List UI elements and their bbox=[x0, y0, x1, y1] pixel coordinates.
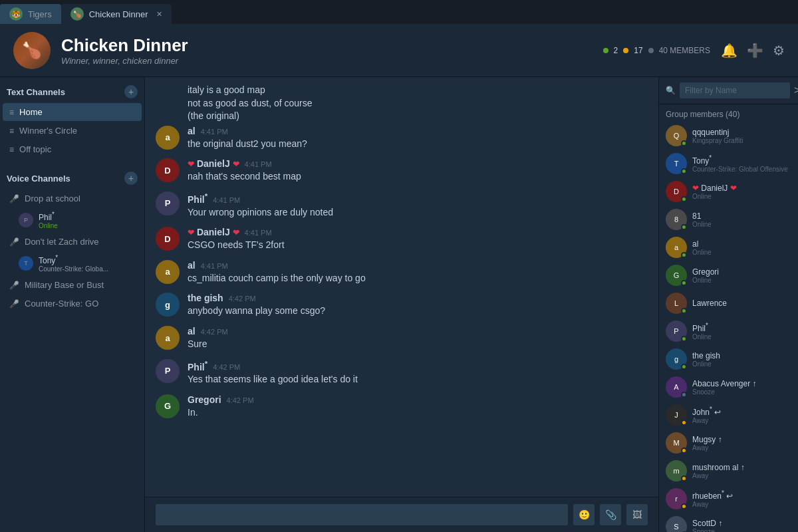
phil-voice-name: Phil* bbox=[39, 211, 58, 222]
tab-chicken-dinner[interactable]: 🍗 Chicken Dinner ✕ bbox=[61, 4, 172, 24]
tony-avatar: T bbox=[666, 153, 687, 174]
channel-winners-circle[interactable]: ≡ Winner's Circle bbox=[3, 122, 142, 140]
member-abacus[interactable]: A Abacus Avenger ↑ Snooze bbox=[659, 373, 798, 401]
voice-military-label: Military Base or Bust bbox=[25, 280, 104, 290]
message-al-1: a al 4:41 PM the original dust2 you mean… bbox=[156, 126, 648, 151]
server-avatar: 🍗 bbox=[13, 32, 51, 69]
away-dot bbox=[623, 48, 628, 53]
msg-text-1: italy is a good map bbox=[188, 84, 648, 97]
member-phil[interactable]: P Phil* Online bbox=[659, 317, 798, 345]
john-status-dot bbox=[681, 420, 687, 426]
image-button[interactable]: 🖼 bbox=[626, 504, 648, 525]
member-scottd[interactable]: S ScottD ↑ Snooze bbox=[659, 513, 798, 532]
message-al-2: a al 4:41 PM cs_militia couch camp is th… bbox=[156, 260, 648, 285]
member-gish[interactable]: g the gish Online bbox=[659, 345, 798, 373]
gish-text: anybody wanna play some csgo? bbox=[188, 305, 648, 318]
qqquentinj-info: qqquentinj Kingspray Graffiti bbox=[692, 128, 791, 144]
add-friend-icon[interactable]: ➕ bbox=[747, 43, 763, 59]
members-filter-input[interactable] bbox=[680, 82, 790, 98]
danielj-status-dot bbox=[681, 196, 687, 202]
john-status: Away bbox=[692, 417, 791, 424]
danielj-text-1: nah that's second best map bbox=[188, 170, 648, 184]
danielj-msg-header-2: ❤ DanielJ ❤ 4:41 PM bbox=[188, 227, 648, 237]
al-time-3: 4:42 PM bbox=[201, 328, 228, 336]
message-phil-2: P Phil* 4:42 PM Yes that seems like a go… bbox=[156, 359, 648, 386]
attachment-button[interactable]: 📎 bbox=[600, 504, 621, 525]
john-avatar: J bbox=[666, 404, 687, 426]
al-name: al bbox=[692, 239, 791, 249]
al-avatar-2: a bbox=[156, 260, 180, 284]
al-msg-header-3: al 4:42 PM bbox=[188, 326, 648, 336]
john-name: John* ↩ bbox=[692, 406, 791, 417]
danielj-name: ❤ DanielJ ❤ bbox=[692, 184, 791, 193]
mic-icon-4: 🎤 bbox=[9, 299, 19, 309]
chat-input[interactable] bbox=[156, 504, 568, 525]
member-al[interactable]: a al Online bbox=[659, 233, 798, 261]
channel-off-topic[interactable]: ≡ Off topic bbox=[3, 140, 142, 158]
al-msg-header-1: al 4:41 PM bbox=[188, 126, 648, 136]
expand-members-icon[interactable]: >> bbox=[794, 84, 798, 96]
message-continuation-top: italy is a good map not as good as dust,… bbox=[156, 84, 648, 123]
member-tony[interactable]: T Tony* Counter-Strike: Global Offensive bbox=[659, 150, 798, 178]
phil-voice-avatar: P bbox=[19, 213, 33, 227]
81-name: 81 bbox=[692, 211, 791, 221]
danielj-avatar-2: D bbox=[156, 227, 180, 251]
gregori-name-panel: Gregori bbox=[692, 267, 791, 277]
away-count: 17 bbox=[634, 46, 642, 55]
phil-msg-header-2: Phil* 4:42 PM bbox=[188, 359, 648, 372]
voice-counter-strike[interactable]: 🎤 Counter-Strike: GO bbox=[3, 295, 142, 313]
members-title: Group members bbox=[666, 110, 724, 119]
tab-tigers-label: Tigers bbox=[28, 9, 52, 19]
notifications-icon[interactable]: 🔔 bbox=[721, 43, 737, 59]
member-john[interactable]: J John* ↩ Away bbox=[659, 401, 798, 429]
member-81[interactable]: 8 81 Online bbox=[659, 205, 798, 233]
hash-icon-3: ≡ bbox=[9, 145, 14, 154]
danielj-avatar: D bbox=[666, 181, 687, 202]
gregori-time: 4:42 PM bbox=[227, 396, 254, 404]
voice-drop-at-school[interactable]: 🎤 Drop at school bbox=[3, 190, 142, 207]
member-gregori[interactable]: G Gregori Online bbox=[659, 261, 798, 289]
tab-close-icon[interactable]: ✕ bbox=[156, 10, 162, 19]
mic-icon-3: 🎤 bbox=[9, 281, 19, 290]
mushroom-al-name: mushroom al ↑ bbox=[692, 463, 791, 472]
tony-voice-avatar: T bbox=[19, 256, 33, 271]
qqquentinj-status: Kingspray Graffiti bbox=[692, 137, 791, 144]
phil-avatar-panel: P bbox=[666, 321, 687, 342]
member-lawrence[interactable]: L Lawrence bbox=[659, 289, 798, 317]
member-qqquentinj[interactable]: Q qqquentinj Kingspray Graffiti bbox=[659, 122, 798, 150]
member-mushroom-al[interactable]: m mushroom al ↑ Away bbox=[659, 457, 798, 485]
message-danielj-2: D ❤ DanielJ ❤ 4:41 PM CSGO needs TF's 2f… bbox=[156, 227, 648, 252]
voice-military-base[interactable]: 🎤 Military Base or Bust bbox=[3, 276, 142, 294]
phil-status-dot bbox=[681, 336, 687, 342]
member-mugsy[interactable]: M Mugsy ↑ Away bbox=[659, 429, 798, 457]
abacus-info: Abacus Avenger ↑ Snooze bbox=[692, 379, 791, 396]
phil-text-2: Yes that seems like a good idea let's do… bbox=[188, 373, 648, 386]
abacus-status-dot bbox=[681, 392, 687, 398]
phil-avatar-1: P bbox=[156, 192, 180, 215]
emoji-button[interactable]: 🙂 bbox=[573, 504, 595, 525]
scottd-name: ScottD ↑ bbox=[692, 519, 791, 528]
members-count: 40 MEMBERS bbox=[659, 46, 710, 55]
gregori-msg-content: Gregori 4:42 PM In. bbox=[188, 394, 648, 420]
settings-icon[interactable]: ⚙ bbox=[773, 43, 785, 59]
al-msg-content-3: al 4:42 PM Sure bbox=[188, 326, 648, 351]
chat-area: italy is a good map not as good as dust,… bbox=[145, 77, 658, 532]
phil-msg-content-2: Phil* 4:42 PM Yes that seems like a good… bbox=[188, 359, 648, 386]
members-panel-header: Group members (40) bbox=[659, 104, 798, 122]
member-danielj[interactable]: D ❤ DanielJ ❤ Online bbox=[659, 178, 798, 205]
danielj-name-2: ❤ DanielJ ❤ bbox=[188, 227, 239, 237]
tab-tigers[interactable]: 🐯 Tigers bbox=[0, 4, 61, 24]
hash-icon-2: ≡ bbox=[9, 126, 14, 136]
add-text-channel-button[interactable]: + bbox=[124, 85, 138, 98]
message-gish-1: g the gish 4:42 PM anybody wanna play so… bbox=[156, 293, 648, 318]
gregori-avatar-panel: G bbox=[666, 265, 687, 286]
voice-dont-let-zach[interactable]: 🎤 Don't let Zach drive bbox=[3, 233, 142, 251]
al-name-2: al bbox=[188, 260, 196, 271]
gish-status: Online bbox=[692, 360, 791, 368]
channel-home[interactable]: ≡ Home bbox=[3, 103, 142, 121]
al-name-1: al bbox=[188, 126, 196, 136]
member-rhueben[interactable]: r rhueben* ↩ Away bbox=[659, 485, 798, 513]
sidebar: Text Channels + ≡ Home ≡ Winner's Circle… bbox=[0, 77, 145, 532]
add-voice-channel-button[interactable]: + bbox=[124, 172, 138, 185]
members-search-bar: 🔍 >> bbox=[659, 77, 798, 104]
